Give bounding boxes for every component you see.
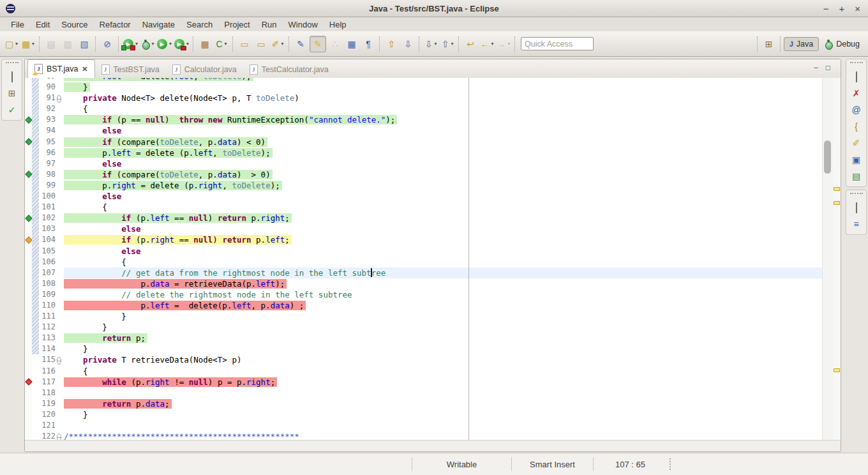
overview-warning-mark[interactable]	[834, 368, 840, 372]
open-resource-button[interactable]: ▭	[253, 36, 269, 52]
run-button-menu-arrow[interactable]: ▾	[169, 41, 172, 47]
annotation-ruler-cell[interactable]	[25, 158, 32, 169]
annotation-ruler-cell[interactable]	[25, 191, 32, 202]
trim-drag-handle[interactable]	[850, 62, 863, 65]
status-drag-handle[interactable]	[670, 458, 671, 470]
menu-source[interactable]: Source	[56, 19, 93, 31]
previous-annotation-button-menu-arrow[interactable]: ▾	[451, 41, 453, 47]
annotation-ruler-cell[interactable]	[25, 268, 32, 278]
mark-occurrences-button[interactable]: ✎	[310, 36, 326, 52]
new-button[interactable]: ▢▾	[4, 36, 19, 52]
branch-coverage-marker-green[interactable]	[25, 138, 32, 145]
tab-bst-java[interactable]: JBST.java✕	[27, 59, 95, 78]
annotation-ruler-cell[interactable]	[25, 125, 32, 136]
code-line-text[interactable]: return p;	[64, 333, 823, 343]
code-line-text[interactable]	[64, 420, 823, 431]
annotation-ruler-cell[interactable]	[25, 311, 32, 322]
quick-access-input[interactable]	[521, 37, 594, 50]
code-line-text[interactable]: // delete the rightmost node in the left…	[64, 289, 823, 300]
code-line-text[interactable]: {	[64, 366, 823, 377]
debug-perspective-button[interactable]: Debug	[819, 37, 865, 51]
code-line-text[interactable]: else	[64, 191, 823, 202]
tab-close-icon[interactable]: ✕	[82, 65, 87, 73]
code-line-text[interactable]: {	[64, 202, 823, 213]
tab-calculator-java[interactable]: JCalculator.java	[166, 61, 243, 78]
annotation-ruler-cell[interactable]	[25, 420, 32, 431]
code-line-text[interactable]: }	[64, 311, 823, 322]
search-button-menu-arrow[interactable]: ▾	[281, 41, 283, 47]
maximize-button[interactable]: +	[839, 4, 844, 13]
back-button-menu-arrow[interactable]: ▾	[491, 41, 494, 47]
vertical-scrollbar[interactable]	[822, 78, 833, 441]
overview-warning-mark[interactable]	[834, 187, 840, 191]
trim-drag-handle[interactable]	[850, 193, 863, 196]
annotation-ruler-cell[interactable]	[25, 409, 32, 420]
show-whitespace-button[interactable]: ¶	[361, 36, 376, 52]
menu-file[interactable]: File	[5, 19, 30, 31]
annotation-ruler-cell[interactable]	[25, 213, 32, 223]
annotation-ruler-cell[interactable]	[25, 257, 32, 268]
branch-coverage-marker-green[interactable]	[25, 171, 32, 178]
code-line-text[interactable]: p.data = retrieveData(p.left);	[64, 278, 823, 289]
annotation-ruler-cell[interactable]	[25, 137, 32, 147]
open-perspective-button[interactable]: ⊞	[761, 36, 777, 52]
annotation-ruler-cell[interactable]	[25, 377, 32, 388]
export-session-button[interactable]: ⇧	[384, 36, 399, 52]
new-java-project-wizard-button-menu-arrow[interactable]: ▾	[32, 41, 34, 47]
annotation-ruler-cell[interactable]	[25, 103, 32, 114]
run-button[interactable]: ▶▾	[156, 36, 172, 52]
annotation-ruler-cell[interactable]	[25, 322, 32, 333]
code-line-text[interactable]: private T retrieveData(Node<T> p)	[64, 354, 823, 365]
code-line-text[interactable]: }	[64, 82, 823, 93]
code-line-text[interactable]: p.left = delete(p.left, p.data) ;	[64, 300, 823, 311]
code-line-text[interactable]: p.left = delete (p.left, toDelete);	[64, 147, 823, 158]
debug-button-menu-arrow[interactable]: ▾	[152, 41, 154, 47]
skip-all-breakpoints-button[interactable]: ⊘	[100, 36, 115, 52]
junit-button[interactable]: ✓	[8, 105, 16, 115]
menu-help[interactable]: Help	[324, 19, 352, 31]
javadoc-button[interactable]: @	[851, 105, 860, 115]
fold-collapse-icon[interactable]: −	[57, 95, 61, 103]
maximize-view-button[interactable]: □	[826, 63, 830, 72]
coverage-button-menu-arrow[interactable]: ▾	[135, 41, 138, 47]
menu-window[interactable]: Window	[283, 19, 324, 31]
forward-button-menu-arrow[interactable]: ▾	[508, 41, 511, 47]
next-annotation-button[interactable]: ⇩▾	[423, 36, 438, 52]
scrollbar-thumb[interactable]	[824, 140, 831, 174]
new-java-project-button[interactable]: ▦	[197, 36, 213, 52]
branch-coverage-marker-green[interactable]	[25, 215, 32, 222]
annotation-ruler-cell[interactable]	[25, 333, 32, 343]
annotation-ruler-cell[interactable]	[25, 289, 32, 300]
code-line-text[interactable]: else	[64, 223, 823, 234]
restore-right-stack-button[interactable]	[856, 73, 857, 82]
code-line-text[interactable]: if (compare(toDelete, p.data) > 0)	[64, 169, 823, 180]
menu-run[interactable]: Run	[256, 19, 283, 31]
fold-collapse-icon[interactable]: −	[57, 357, 61, 365]
code-line-text[interactable]: else	[64, 158, 823, 169]
overview-warning-mark[interactable]	[834, 201, 840, 205]
code-line-text[interactable]	[64, 388, 823, 398]
block-selection-button[interactable]: ▦	[344, 36, 359, 52]
minimize-view-button[interactable]: −	[814, 63, 818, 72]
annotation-ruler-cell[interactable]	[25, 180, 32, 191]
package-explorer-button[interactable]: ⊞	[8, 89, 16, 98]
new-java-class-button-menu-arrow[interactable]: ▾	[225, 41, 227, 47]
restore-outline-button[interactable]	[856, 204, 857, 213]
search-view-button[interactable]: ✐	[853, 139, 860, 148]
code-line-text[interactable]: {	[64, 257, 823, 268]
overview-ruler[interactable]	[833, 78, 841, 441]
annotation-ruler-cell[interactable]	[25, 169, 32, 180]
horizontal-scrollbar[interactable]	[25, 440, 841, 451]
annotation-ruler-cell[interactable]	[25, 300, 32, 311]
java-perspective-button[interactable]: JJava	[784, 37, 819, 51]
annotation-ruler-cell[interactable]	[25, 202, 32, 213]
code-line-text[interactable]: while (p.right != null) p = p.right;	[64, 377, 823, 388]
annotation-ruler-cell[interactable]	[25, 82, 32, 93]
menu-refactor[interactable]: Refactor	[94, 19, 137, 31]
annotation-ruler-cell[interactable]	[25, 343, 32, 354]
error-log-button[interactable]: ✗	[853, 89, 860, 98]
new-button-menu-arrow[interactable]: ▾	[15, 41, 18, 47]
show-source-button[interactable]: ✎	[293, 36, 308, 52]
external-tools-button[interactable]: ▶▾	[174, 36, 190, 52]
code-line-text[interactable]: }	[64, 322, 823, 333]
